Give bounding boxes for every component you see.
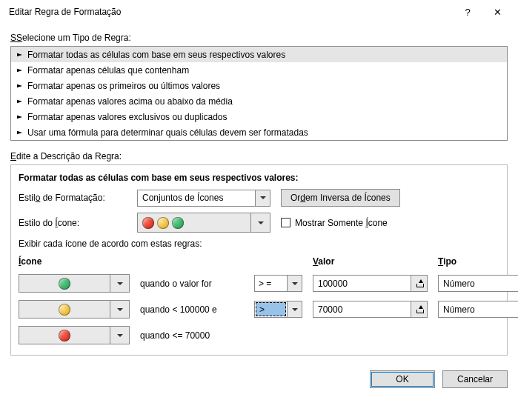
chevron-down-icon[interactable] xyxy=(287,301,302,317)
bullet-arrow-icon xyxy=(17,115,23,118)
bullet-arrow-icon xyxy=(17,53,23,56)
row1-value-input[interactable]: 100000 xyxy=(313,275,428,292)
chevron-down-icon[interactable] xyxy=(110,327,129,344)
traffic-red-icon xyxy=(59,330,70,341)
chevron-down-icon[interactable] xyxy=(110,275,129,292)
reverse-order-button[interactable]: Ordem Inversa de Ícones xyxy=(281,189,400,207)
row1-type-value: Número xyxy=(439,276,518,291)
icon-pick-row3[interactable] xyxy=(19,326,130,344)
close-button[interactable]: ✕ xyxy=(482,0,512,24)
row2-operator-value: > xyxy=(256,302,286,316)
chevron-down-icon[interactable] xyxy=(250,213,270,232)
row1-type-combo[interactable]: Número xyxy=(438,275,518,292)
format-style-label: Estilo de Formatação: xyxy=(19,193,137,203)
help-icon: ? xyxy=(465,7,470,18)
chevron-down-icon[interactable] xyxy=(110,301,129,318)
bullet-arrow-icon xyxy=(17,84,23,87)
icon-style-label: Estilo do Ícone: xyxy=(19,218,137,228)
rule-type-item-label: Formatar apenas os primeiros ou últimos … xyxy=(27,81,220,91)
ok-button-label: OK xyxy=(396,374,408,384)
rule-type-item-label: Formatar todas as células com base em se… xyxy=(27,50,285,60)
row2-type-value: Número xyxy=(439,301,518,317)
row1-value-text: 100000 xyxy=(313,276,411,291)
help-button[interactable]: ? xyxy=(453,0,482,24)
format-style-combo[interactable]: Conjuntos de Ícones xyxy=(137,190,270,207)
show-icon-only-label: Mostrar Somente Ícone xyxy=(295,218,388,228)
rule-type-label: SSelecione um Tipo de Regra:Selecione um… xyxy=(10,33,508,43)
row2-value-text: 70000 xyxy=(313,301,411,317)
rule-type-item[interactable]: Formatar todas as células com base em se… xyxy=(11,47,507,62)
chevron-down-icon[interactable] xyxy=(255,190,270,206)
cancel-button[interactable]: Cancelar xyxy=(442,370,508,388)
traffic-red-icon xyxy=(142,217,154,229)
rules-intro-label: Exibir cada ícone de acordo com estas re… xyxy=(19,239,499,249)
rule-type-item-label: Formatar apenas valores acima ou abaixo … xyxy=(27,96,233,107)
range-ref-button[interactable] xyxy=(411,301,427,317)
rule-type-list[interactable]: Formatar todas as células com base em se… xyxy=(10,46,508,141)
col-type-header: Tipo xyxy=(438,256,518,267)
format-style-value: Conjuntos de Ícones xyxy=(138,190,255,206)
collapse-dialog-icon xyxy=(416,306,423,313)
row2-value-input[interactable]: 70000 xyxy=(313,301,428,318)
row2-operator-combo[interactable]: > xyxy=(254,301,302,318)
rule-type-item-label: Usar uma fórmula para determinar quais c… xyxy=(27,127,308,138)
rule-type-item[interactable]: Formatar apenas valores acima ou abaixo … xyxy=(11,93,507,109)
rule-type-item-label: Formatar apenas células que contenham xyxy=(27,65,189,76)
chevron-down-icon[interactable] xyxy=(287,276,302,291)
bullet-arrow-icon xyxy=(17,68,23,71)
rule-type-item[interactable]: Usar uma fórmula para determinar quais c… xyxy=(11,124,507,140)
titlebar: Editar Regra de Formatação ? ✕ xyxy=(0,0,518,24)
row3-when-label: quando <= 70000 xyxy=(140,330,244,341)
icon-pick-row2[interactable] xyxy=(19,300,130,319)
desc-title: Formatar todas as células com base em se… xyxy=(19,173,499,183)
window-title: Editar Regra de Formatação xyxy=(9,7,121,17)
row1-operator-value: > = xyxy=(255,276,287,291)
rule-type-item[interactable]: Formatar apenas células que contenham xyxy=(11,62,507,78)
collapse-dialog-icon xyxy=(416,280,423,287)
rule-description-box: Formatar todas as células com base em se… xyxy=(10,164,508,356)
icon-style-preview xyxy=(138,213,250,232)
rule-type-item-label: Formatar apenas valores exclusivos ou du… xyxy=(27,112,227,122)
icon-style-combo[interactable] xyxy=(137,213,270,233)
rule-type-item[interactable]: Formatar apenas os primeiros ou últimos … xyxy=(11,78,507,93)
dialog-footer: OK Cancelar xyxy=(0,363,518,388)
row2-type-combo[interactable]: Número xyxy=(438,301,518,318)
traffic-amber-icon xyxy=(157,217,169,229)
col-icon-header: Ícone xyxy=(19,256,130,267)
ok-button[interactable]: OK xyxy=(370,370,435,388)
edit-desc-label: Edite a Descrição da Regra: xyxy=(10,151,508,161)
row2-when-label: quando < 100000 e xyxy=(140,304,244,315)
range-ref-button[interactable] xyxy=(411,276,427,291)
rule-type-item[interactable]: Formatar apenas valores exclusivos ou du… xyxy=(11,109,507,124)
show-icon-only-checkbox[interactable] xyxy=(281,218,290,227)
traffic-green-icon xyxy=(59,278,70,290)
row1-operator-combo[interactable]: > = xyxy=(254,275,302,292)
traffic-green-icon xyxy=(172,217,184,229)
traffic-amber-icon xyxy=(59,304,70,316)
cancel-button-label: Cancelar xyxy=(457,374,493,384)
close-icon: ✕ xyxy=(494,7,502,18)
bullet-arrow-icon xyxy=(17,99,23,102)
col-value-header: Valor xyxy=(313,256,428,267)
bullet-arrow-icon xyxy=(17,130,23,133)
row1-when-label: quando o valor for xyxy=(140,279,244,289)
icon-pick-row1[interactable] xyxy=(19,274,130,293)
